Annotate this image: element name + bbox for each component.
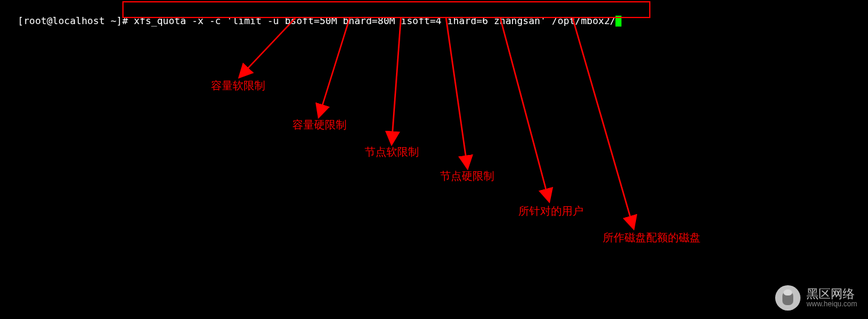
terminal-line: [root@localhost ~]# xfs_quota -x -c 'lim… — [6, 4, 621, 27]
label-ihard: 节点硬限制 — [440, 169, 494, 183]
svg-line-2 — [392, 18, 401, 142]
prompt: [root@localhost ~]# — [17, 15, 134, 27]
label-user: 所针对的用户 — [518, 204, 583, 218]
svg-line-4 — [500, 18, 549, 199]
watermark: 黑区网络 www.heiqu.com — [775, 285, 857, 311]
svg-line-5 — [573, 18, 633, 226]
annotation-arrows — [0, 0, 868, 319]
label-isoft: 节点软限制 — [365, 145, 419, 159]
watermark-title: 黑区网络 — [807, 288, 857, 300]
cursor-icon — [615, 16, 621, 27]
svg-line-1 — [319, 18, 350, 115]
watermark-logo-icon — [775, 285, 800, 311]
svg-line-0 — [241, 18, 295, 75]
command-text: xfs_quota -x -c 'limit -u bsoft=50M bhar… — [134, 15, 616, 27]
label-bhard: 容量硬限制 — [292, 118, 347, 132]
svg-line-3 — [446, 18, 467, 166]
watermark-url: www.heiqu.com — [807, 300, 857, 308]
label-bsoft: 容量软限制 — [211, 78, 265, 93]
label-disk: 所作磁盘配额的磁盘 — [603, 230, 700, 245]
